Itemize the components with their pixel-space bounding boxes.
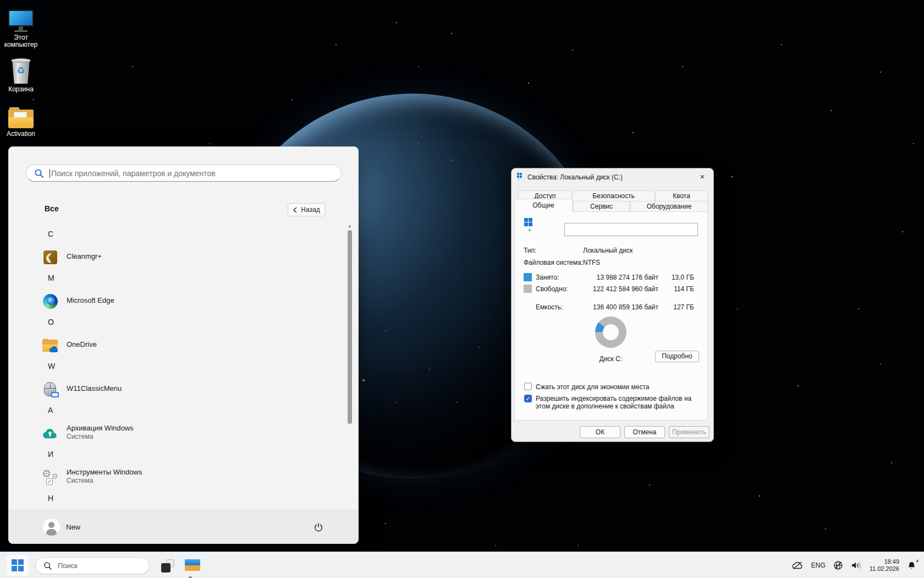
filter-all-label: Все	[45, 204, 59, 213]
recycle-bin-icon: ♻	[0, 56, 42, 84]
scrollbar[interactable]: ▲ ▼	[346, 223, 354, 516]
list-item-cleanmgr[interactable]: Cleanmgr+	[9, 246, 344, 268]
list-section-header[interactable]: C	[9, 224, 344, 246]
tab-tools[interactable]: Сервис	[573, 201, 630, 212]
capacity-label: Емкость:	[536, 303, 563, 311]
drive-icon	[524, 218, 546, 236]
free-size: 114 ГБ	[674, 285, 694, 293]
cloud-icon	[48, 345, 59, 353]
search-box[interactable]	[26, 165, 342, 182]
folder-icon	[0, 101, 42, 128]
free-bytes: 122 412 584 960 байт	[593, 285, 658, 293]
capacity-size: 127 ГБ	[673, 303, 694, 311]
compress-checkbox-label[interactable]: Сжать этот диск для экономии места	[536, 383, 701, 391]
dialog-title: Свойства: Локальный диск (C:)	[527, 173, 623, 181]
list-section-header[interactable]: M	[9, 268, 344, 290]
filesystem-value: NTFS	[583, 259, 600, 266]
power-button[interactable]	[311, 520, 326, 535]
file-explorer-button[interactable]	[183, 557, 202, 574]
desktop-icons: Этот компьютер ♻ Корзина Activation	[0, 4, 42, 145]
indexing-checkbox-label[interactable]: Разрешить индексировать содержимое файло…	[536, 395, 701, 410]
user-avatar[interactable]	[43, 519, 60, 536]
desktop-icon-label: Activation	[0, 130, 42, 138]
tab-hardware[interactable]: Оборудование	[630, 201, 708, 212]
date: 11.02.2026	[870, 565, 899, 572]
clock[interactable]: 18:49 11.02.2026	[870, 558, 899, 572]
scroll-up-icon[interactable]: ▲	[347, 223, 353, 229]
gears-icon: ⚙⚙✓	[42, 469, 58, 486]
type-label: Тип:	[524, 247, 536, 254]
used-label: Занято:	[536, 274, 559, 281]
tab-security[interactable]: Безопасность	[572, 190, 655, 201]
divider	[522, 269, 700, 270]
divider	[522, 298, 700, 298]
capacity-bytes: 136 400 859 136 байт	[593, 303, 658, 311]
edge-icon	[42, 293, 58, 309]
this-pc-icon	[0, 4, 42, 32]
user-name[interactable]: New	[66, 523, 80, 531]
volume-button[interactable]	[851, 561, 862, 570]
taskbar-search[interactable]: Поиск	[35, 557, 150, 574]
start-search-panel: Все Назад C Cleanmgr+ M Microsoft Edge	[8, 146, 359, 544]
list-section-header[interactable]: O	[9, 312, 344, 334]
app-list: C Cleanmgr+ M Microsoft Edge O	[9, 224, 344, 510]
bell-dnd-icon	[907, 561, 916, 570]
back-button-label: Назад	[301, 206, 320, 214]
onedrive-status-button[interactable]	[791, 561, 804, 570]
desktop-icon-label: Корзина	[0, 86, 42, 93]
language-indicator[interactable]: ENG	[811, 561, 826, 569]
cancel-button[interactable]: Отмена	[624, 426, 665, 438]
list-section-header[interactable]: А	[9, 400, 344, 422]
free-swatch	[524, 285, 532, 293]
used-size: 13,0 ГБ	[672, 274, 694, 281]
desktop-icon-activation[interactable]: Activation	[0, 101, 42, 138]
list-item-windows-tools[interactable]: ⚙⚙✓ Инструменты Windows Система	[9, 466, 344, 488]
cleanmgr-icon	[42, 249, 58, 265]
network-button[interactable]	[833, 560, 843, 570]
dnd-z-glyph: z	[916, 558, 919, 563]
list-section-header[interactable]: И	[9, 444, 344, 466]
desktop-icon-recycle-bin[interactable]: ♻ Корзина	[0, 56, 42, 93]
ok-button[interactable]: ОК	[580, 426, 620, 438]
panel-footer: New	[9, 510, 358, 543]
indexing-checkbox[interactable]: ✓	[524, 395, 532, 402]
type-value: Локальный диск	[583, 247, 632, 254]
usage-donut	[595, 317, 626, 348]
cloud-off-icon	[791, 561, 804, 570]
scrollbar-thumb[interactable]	[348, 230, 352, 424]
filesystem-label: Файловая система:	[524, 259, 583, 266]
speaker-icon	[851, 561, 862, 570]
list-section-header[interactable]: Н	[9, 488, 344, 510]
compress-checkbox[interactable]	[524, 383, 532, 390]
desktops-icon	[161, 559, 174, 572]
taskbar-search-label: Поиск	[58, 561, 78, 570]
list-item-windows-backup[interactable]: Архивация Windows Система	[9, 422, 344, 444]
dialog-titlebar[interactable]: Свойства: Локальный диск (C:) ×	[512, 168, 713, 186]
list-item-w11classicmenu[interactable]: W11ClassicMenu	[9, 378, 344, 400]
notification-button[interactable]: z	[907, 561, 916, 570]
list-section-header[interactable]: W	[9, 356, 344, 378]
list-item-onedrive[interactable]: OneDrive	[9, 334, 344, 356]
globe-no-internet-icon	[833, 560, 843, 570]
apply-button[interactable]: Применить	[669, 426, 710, 438]
power-icon	[314, 522, 323, 532]
taskbar: Поиск ENG	[0, 552, 924, 578]
list-item-edge[interactable]: Microsoft Edge	[9, 290, 344, 312]
volume-label-input[interactable]	[564, 223, 698, 236]
time: 18:49	[870, 558, 899, 565]
drive-icon	[517, 173, 526, 182]
details-button[interactable]: Подробно	[655, 351, 699, 362]
tab-quota[interactable]: Квота	[655, 190, 708, 201]
task-view-button[interactable]	[158, 557, 177, 574]
search-input[interactable]	[51, 169, 333, 178]
used-swatch	[524, 273, 532, 281]
tab-general[interactable]: Общие	[514, 199, 573, 212]
disk-name-label: Диск C:	[588, 355, 633, 363]
close-icon[interactable]: ×	[696, 171, 709, 183]
text-caret	[50, 169, 50, 178]
start-button[interactable]	[7, 555, 29, 576]
windows-logo-icon	[12, 559, 24, 571]
disk-properties-dialog: Свойства: Локальный диск (C:) × Доступ Б…	[511, 168, 714, 442]
back-button[interactable]: Назад	[288, 203, 325, 216]
desktop-icon-this-pc[interactable]: Этот компьютер	[0, 4, 42, 48]
